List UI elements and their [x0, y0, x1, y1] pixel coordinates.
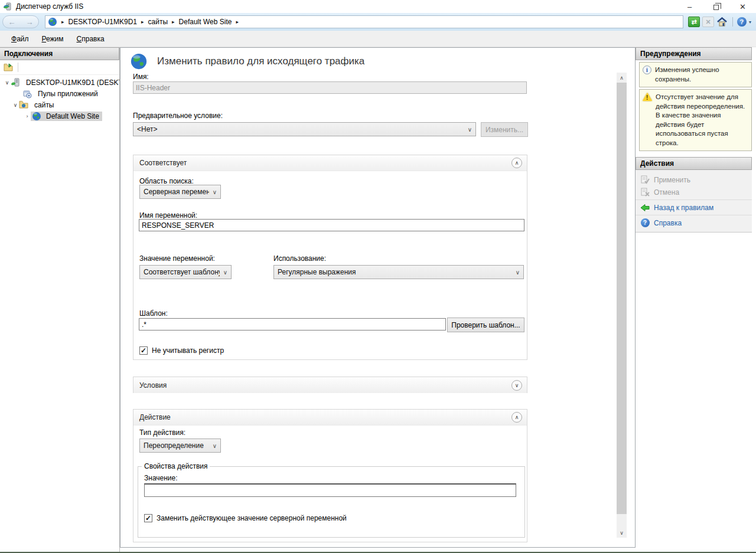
match-section-header: Соответствует ∧ — [133, 155, 527, 171]
using-value: Регулярные выражения — [278, 268, 356, 276]
variable-name-input[interactable] — [139, 219, 524, 231]
toolbar-divider — [18, 63, 18, 72]
chevron-down-icon: ∨ — [209, 443, 217, 449]
replace-value-checkbox[interactable]: ✓ — [144, 514, 152, 522]
breadcrumb-default-web-site[interactable]: Default Web Site — [179, 18, 232, 26]
help-action[interactable]: ? Справка — [636, 217, 752, 229]
toolbar-divider — [732, 17, 733, 27]
apply-label: Применить — [654, 176, 690, 184]
menu-file[interactable]: Файл — [6, 32, 34, 45]
restore-button[interactable] — [703, 0, 729, 13]
tree-item-server[interactable]: ∨ DESKTOP-U1MK9D1 (DESKTOP-U1MK9D1 — [0, 77, 119, 88]
scope-select[interactable]: Серверная переменн ∨ — [139, 185, 221, 199]
window-controls: – ✕ — [676, 0, 756, 13]
forward-icon[interactable]: → — [26, 18, 34, 27]
info-alert-text: Изменения успешно сохранены. — [655, 66, 748, 84]
replace-value-row: ✓ Заменить действующее значение серверно… — [144, 514, 347, 522]
help-circle-icon: ? — [640, 218, 650, 228]
scrollbar-thumb[interactable] — [617, 83, 627, 514]
actions-header: Действия — [636, 157, 752, 170]
tree-label-app-pools: Пулы приложений — [36, 89, 100, 99]
name-input — [133, 81, 527, 94]
ignore-case-checkbox[interactable]: ✓ — [139, 346, 148, 355]
warning-alert: ! Отсутствует значение для действия пере… — [639, 89, 752, 151]
minimize-button[interactable]: – — [676, 0, 703, 13]
tree-expanded-icon[interactable]: ∨ — [12, 102, 19, 108]
edit-outbound-rule-page: Изменить правило для исходящего трафика … — [120, 47, 636, 548]
cancel-label: Отмена — [654, 188, 679, 197]
variable-value: Соответствует шаблону — [144, 268, 220, 276]
warning-icon: ! — [643, 93, 652, 101]
vertical-scrollbar[interactable]: ∧ ∨ — [617, 73, 627, 538]
info-alert: i Изменения успешно сохранены. — [639, 62, 752, 87]
tree-item-app-pools[interactable]: Пулы приложений — [0, 88, 119, 99]
scroll-up-icon[interactable]: ∧ — [617, 73, 627, 83]
match-section: Соответствует ∧ Область поиска: Серверна… — [133, 155, 527, 360]
close-button[interactable]: ✕ — [729, 0, 756, 13]
breadcrumb-separator-icon: ▸ — [236, 19, 239, 25]
pattern-input[interactable] — [139, 318, 446, 331]
breadcrumb[interactable]: ▸ DESKTOP-U1MK9D1 ▸ сайты ▸ Default Web … — [45, 15, 683, 28]
server-icon — [11, 78, 21, 87]
page-title: Изменить правило для исходящего трафика — [157, 55, 364, 67]
apply-action: Применить — [636, 174, 752, 186]
variable-value-select[interactable]: Соответствует шаблону ∨ — [139, 265, 232, 279]
help-dropdown-caret-icon[interactable]: ▾ — [749, 19, 751, 25]
address-bar-tools: ⇄ ✕ ? ▾ — [688, 17, 751, 27]
help-label[interactable]: Справка — [654, 219, 682, 227]
precondition-select[interactable]: <Нет> ∨ — [133, 122, 476, 136]
info-icon: i — [643, 66, 651, 74]
match-section-title: Соответствует — [139, 159, 187, 167]
back-to-rules-action[interactable]: Назад к правилам — [636, 201, 752, 214]
using-select[interactable]: Регулярные выражения ∨ — [273, 265, 524, 279]
back-icon[interactable]: ← — [8, 18, 16, 27]
scroll-down-icon[interactable]: ∨ — [617, 528, 627, 538]
alerts-header: Предупреждения — [636, 47, 752, 60]
breadcrumb-separator-icon: ▸ — [61, 19, 64, 25]
menu-view[interactable]: Режим — [37, 32, 69, 45]
scope-value: Серверная переменн — [144, 188, 209, 196]
tree-collapsed-icon[interactable]: › — [24, 113, 31, 119]
conditions-section: Условия ∨ — [133, 377, 527, 393]
action-type-select[interactable]: Переопределение ∨ — [139, 439, 221, 453]
tree-item-default-web-site[interactable]: › Default Web Site — [0, 110, 119, 122]
connections-tree: ∨ DESKTOP-U1MK9D1 (DESKTOP-U1MK9D1 Пулы … — [0, 75, 119, 552]
name-label: Имя: — [133, 73, 149, 81]
action-properties-legend: Свойства действия — [142, 462, 210, 470]
tree-expanded-icon[interactable]: ∨ — [4, 80, 11, 86]
using-label: Использование: — [273, 254, 326, 263]
variable-value-label: Значение переменной: — [139, 254, 215, 263]
action-section-title: Действие — [139, 413, 171, 421]
tree-label-sites: сайты — [32, 100, 56, 110]
home-icon[interactable] — [716, 17, 728, 27]
action-properties-group: Свойства действия Значение: ✓ Заменить д… — [138, 466, 525, 538]
test-pattern-button[interactable]: Проверить шаблон... — [447, 318, 524, 332]
value-label: Значение: — [144, 474, 178, 482]
tree-item-sites[interactable]: ∨ сайты — [0, 99, 119, 110]
apply-icon — [640, 175, 650, 185]
tree-label-default-web-site: Default Web Site — [44, 112, 101, 121]
back-to-rules-label[interactable]: Назад к правилам — [654, 204, 713, 212]
menu-help[interactable]: Справка — [71, 32, 110, 45]
navigation-buttons: ← → — [2, 15, 39, 28]
breadcrumb-server[interactable]: DESKTOP-U1MK9D1 — [69, 18, 137, 26]
expand-section-icon[interactable]: ∨ — [511, 380, 522, 391]
breadcrumb-sites[interactable]: сайты — [148, 18, 168, 26]
warning-glyph: ! — [646, 94, 648, 102]
collapse-section-icon[interactable]: ∧ — [511, 158, 522, 168]
globe-icon — [48, 17, 57, 27]
chevron-down-icon: ∨ — [209, 189, 217, 195]
iis-manager-window: Диспетчер служб IIS – ✕ ← → ▸ DESKTOP-U1… — [0, 0, 756, 553]
help-icon[interactable]: ? — [737, 17, 747, 27]
connections-header: Подключения — [0, 47, 119, 60]
connections-toolbar — [0, 60, 119, 75]
collapse-section-icon[interactable]: ∧ — [511, 412, 522, 423]
refresh-icon[interactable]: ⇄ — [688, 17, 700, 27]
chevron-down-icon: ∨ — [220, 269, 227, 276]
value-input[interactable] — [144, 483, 516, 497]
replace-value-label: Заменить действующее значение серверной … — [157, 514, 347, 522]
action-section: Действие ∧ Тип действия: Переопределение… — [133, 409, 527, 542]
save-connections-icon[interactable] — [2, 61, 14, 73]
menu-bar: Файл Режим Справка — [0, 31, 756, 47]
right-panel: Предупреждения i Изменения успешно сохра… — [636, 47, 756, 552]
